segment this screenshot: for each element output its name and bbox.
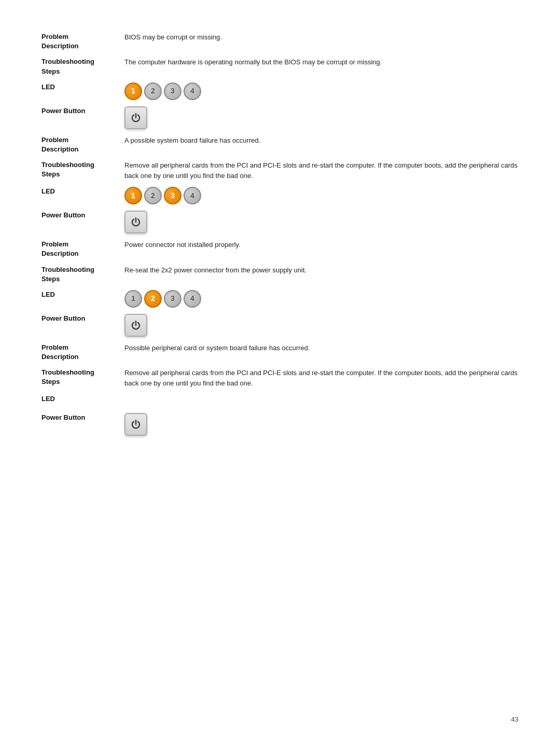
power-button-label-1: Power Button xyxy=(41,105,124,116)
led-3-2: 2 xyxy=(144,290,162,308)
led-circles-1: 1 2 3 4 xyxy=(124,82,519,100)
led-indicators-4 xyxy=(124,393,519,394)
troubleshooting-steps-row-2: TroubleshootingSteps Remove all peripher… xyxy=(41,159,519,181)
power-button-row-3: Power Button xyxy=(41,313,519,337)
led-1-3: 3 xyxy=(164,82,181,100)
troubleshooting-steps-text-1: The computer hardware is operating norma… xyxy=(124,56,519,67)
troubleshooting-steps-label-3: TroubleshootingSteps xyxy=(41,264,124,284)
led-3-4: 4 xyxy=(184,290,201,308)
section-1: ProblemDescription BIOS may be corrupt o… xyxy=(41,31,519,129)
led-1-4: 4 xyxy=(184,82,201,100)
led-indicators-1: 1 2 3 4 xyxy=(124,81,519,100)
power-btn-1 xyxy=(124,106,147,129)
led-label-3: LED xyxy=(41,289,124,299)
power-button-row-4: Power Button xyxy=(41,412,519,436)
troubleshooting-steps-text-3: Re-seat the 2x2 power connector from the… xyxy=(124,264,519,275)
led-circles-3: 1 2 3 4 xyxy=(124,290,519,308)
led-circles-2: 1 2 3 4 xyxy=(124,187,519,204)
problem-description-label-3: ProblemDescription xyxy=(41,239,124,258)
power-button-row-2: Power Button xyxy=(41,210,519,233)
problem-description-text-2: A possible system board failure has occu… xyxy=(124,134,519,146)
led-label-4: LED xyxy=(41,393,124,404)
problem-description-label-2: ProblemDescription xyxy=(41,134,124,154)
led-2-3: 3 xyxy=(164,187,181,204)
led-2-2: 2 xyxy=(144,187,162,204)
problem-description-row-4: ProblemDescription Possible peripheral c… xyxy=(41,342,519,362)
led-3-3: 3 xyxy=(164,290,181,308)
led-row-4: LED xyxy=(41,393,519,404)
power-icon-3 xyxy=(130,319,142,332)
power-button-label-2: Power Button xyxy=(41,210,124,220)
led-label-2: LED xyxy=(41,186,124,196)
led-2-1: 1 xyxy=(124,187,142,204)
power-button-label-3: Power Button xyxy=(41,313,124,323)
led-row-3: LED 1 2 3 4 xyxy=(41,289,519,308)
power-button-icon-2 xyxy=(124,210,519,233)
problem-description-label-4: ProblemDescription xyxy=(41,342,124,362)
led-indicators-3: 1 2 3 4 xyxy=(124,289,519,308)
problem-description-row-1: ProblemDescription BIOS may be corrupt o… xyxy=(41,31,519,51)
power-icon-4 xyxy=(130,418,142,431)
led-indicators-2: 1 2 3 4 xyxy=(124,186,519,204)
problem-description-text-4: Possible peripheral card or system board… xyxy=(124,342,519,353)
power-btn-4 xyxy=(124,413,147,436)
troubleshooting-steps-label-1: TroubleshootingSteps xyxy=(41,56,124,76)
troubleshooting-steps-text-2: Remove all peripheral cards from the PCI… xyxy=(124,159,519,181)
troubleshooting-steps-row-4: TroubleshootingSteps Remove all peripher… xyxy=(41,367,519,388)
led-row-2: LED 1 2 3 4 xyxy=(41,186,519,204)
page-content: ProblemDescription BIOS may be corrupt o… xyxy=(0,0,560,483)
section-3: ProblemDescription Power connector not i… xyxy=(41,239,519,337)
power-btn-2 xyxy=(124,211,147,233)
problem-description-row-3: ProblemDescription Power connector not i… xyxy=(41,239,519,258)
led-2-4: 4 xyxy=(184,187,201,204)
page-number: 43 xyxy=(511,715,519,723)
power-button-label-4: Power Button xyxy=(41,412,124,422)
power-button-row-1: Power Button xyxy=(41,105,519,129)
section-4: ProblemDescription Possible peripheral c… xyxy=(41,342,519,436)
problem-description-text-1: BIOS may be corrupt or missing. xyxy=(124,31,519,43)
power-button-icon-1 xyxy=(124,105,519,129)
problem-description-text-3: Power connector not installed properly. xyxy=(124,239,519,250)
led-1-2: 2 xyxy=(144,82,162,100)
power-button-icon-4 xyxy=(124,412,519,436)
led-1-1: 1 xyxy=(124,82,142,100)
troubleshooting-steps-label-4: TroubleshootingSteps xyxy=(41,367,124,387)
led-row-1: LED 1 2 3 4 xyxy=(41,81,519,100)
power-button-icon-3 xyxy=(124,313,519,337)
power-btn-3 xyxy=(124,314,147,337)
led-label-1: LED xyxy=(41,81,124,92)
problem-description-row-2: ProblemDescription A possible system boa… xyxy=(41,134,519,154)
troubleshooting-steps-label-2: TroubleshootingSteps xyxy=(41,159,124,179)
power-icon-1 xyxy=(130,112,142,124)
troubleshooting-steps-text-4: Remove all peripheral cards from the PCI… xyxy=(124,367,519,388)
power-icon-2 xyxy=(130,216,142,228)
troubleshooting-steps-row-1: TroubleshootingSteps The computer hardwa… xyxy=(41,56,519,76)
led-3-1: 1 xyxy=(124,290,142,308)
section-2: ProblemDescription A possible system boa… xyxy=(41,134,519,233)
troubleshooting-steps-row-3: TroubleshootingSteps Re-seat the 2x2 pow… xyxy=(41,264,519,284)
problem-description-label-1: ProblemDescription xyxy=(41,31,124,51)
